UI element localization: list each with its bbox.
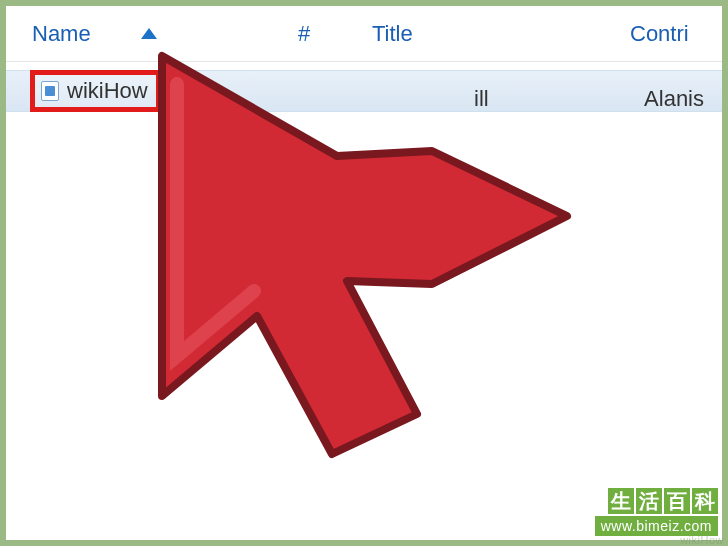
column-header-row: Name # Title Contri	[6, 6, 722, 62]
watermark: 生 活 百 科 www.bimeiz.com	[595, 488, 718, 536]
filename-highlight-box: wikiHow	[30, 70, 161, 112]
watermark-char-1: 生	[608, 488, 634, 514]
column-header-contrib-label: Contri	[630, 21, 689, 46]
column-header-title-label: Title	[372, 21, 413, 46]
column-header-title[interactable]: Title	[372, 21, 630, 47]
corner-watermark: wikiHow	[680, 534, 724, 546]
watermark-characters: 生 活 百 科	[608, 488, 718, 514]
sort-ascending-icon	[141, 28, 157, 39]
column-header-contributing-artists[interactable]: Contri	[630, 21, 722, 47]
watermark-url: www.bimeiz.com	[595, 516, 718, 536]
row-contributor: Alanis	[644, 86, 704, 112]
column-header-name-label: Name	[32, 21, 91, 47]
media-file-icon	[41, 81, 59, 101]
row-title-fragment: ill	[474, 86, 489, 112]
column-header-hash-label: #	[298, 21, 310, 46]
watermark-char-3: 百	[664, 488, 690, 514]
watermark-char-4: 科	[692, 488, 718, 514]
table-row[interactable]: wikiHow	[6, 70, 722, 112]
column-header-name[interactable]: Name	[32, 21, 298, 47]
file-explorer-panel: Name # Title Contri wikiHow ill Alanis	[6, 6, 722, 540]
column-header-track-number[interactable]: #	[298, 21, 372, 47]
filename-text: wikiHow	[67, 78, 148, 104]
watermark-char-2: 活	[636, 488, 662, 514]
